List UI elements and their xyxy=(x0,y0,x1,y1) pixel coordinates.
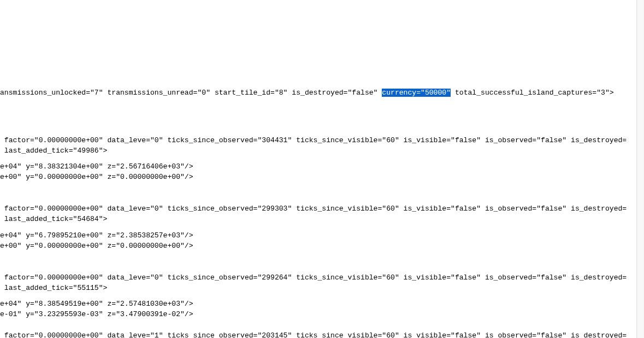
text-viewport[interactable]: ansmissions_unlocked="7" transmissions_u… xyxy=(0,0,637,338)
line-14[interactable]: factor="0.00000000e+00" data_leve="1" ti… xyxy=(0,331,627,338)
line-1-selection[interactable]: currency="50000" xyxy=(382,89,451,97)
line-8[interactable]: e+04" y="6.79895210e+00" z="2.38538257e+… xyxy=(0,231,193,241)
vertical-scrollbar-thumb[interactable] xyxy=(637,0,643,338)
line-9[interactable]: e+00" y="0.00000000e+00" z="0.00000000e+… xyxy=(0,241,193,252)
line-5[interactable]: e+00" y="0.00000000e+00" z="0.00000000e+… xyxy=(0,172,193,183)
line-2[interactable]: factor="0.00000000e+00" data_leve="0" ti… xyxy=(0,136,627,146)
line-1-pre: ansmissions_unlocked="7" transmissions_u… xyxy=(0,89,382,97)
line-1[interactable]: ansmissions_unlocked="7" transmissions_u… xyxy=(0,88,614,98)
line-1-post: total_successful_island_captures="3"> xyxy=(451,89,614,97)
line-4[interactable]: e+04" y="8.38321304e+00" z="2.56716406e+… xyxy=(0,162,193,172)
line-6[interactable]: factor="0.00000000e+00" data_leve="0" ti… xyxy=(0,204,627,214)
line-12[interactable]: e+04" y="8.38549519e+00" z="2.57481030e+… xyxy=(0,299,193,310)
line-10[interactable]: factor="0.00000000e+00" data_leve="0" ti… xyxy=(0,273,627,283)
line-3[interactable]: last_added_tick="49986"> xyxy=(0,146,107,156)
line-13[interactable]: e-01" y="3.23295593e-03" z="3.47900391e-… xyxy=(0,310,193,320)
line-11[interactable]: last_added_tick="55115"> xyxy=(0,283,107,294)
line-7[interactable]: last_added_tick="54684"> xyxy=(0,214,107,225)
vertical-scrollbar[interactable] xyxy=(636,0,644,338)
